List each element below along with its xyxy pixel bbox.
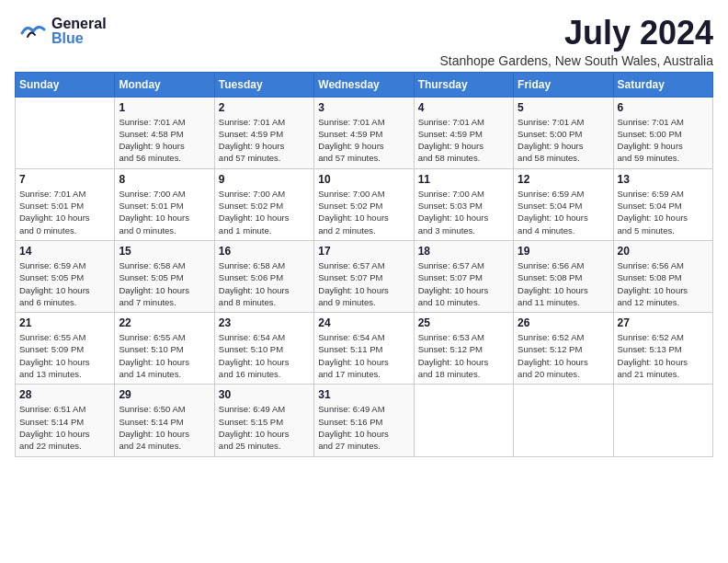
day-number: 24 (318, 316, 409, 329)
calendar-cell: 19Sunrise: 6:56 AM Sunset: 5:08 PM Dayli… (514, 240, 613, 312)
day-number: 22 (119, 316, 210, 329)
day-info: Sunrise: 6:51 AM Sunset: 5:14 PM Dayligh… (19, 403, 110, 452)
calendar-body: 1Sunrise: 7:01 AM Sunset: 4:58 PM Daylig… (16, 97, 713, 456)
day-info: Sunrise: 6:52 AM Sunset: 5:13 PM Dayligh… (618, 331, 709, 380)
day-number: 21 (19, 316, 110, 329)
calendar-cell: 3Sunrise: 7:01 AM Sunset: 4:59 PM Daylig… (314, 97, 414, 168)
month-year: July 2024 (439, 15, 713, 52)
header-row: SundayMondayTuesdayWednesdayThursdayFrid… (16, 72, 713, 97)
calendar-cell: 1Sunrise: 7:01 AM Sunset: 4:58 PM Daylig… (115, 97, 214, 168)
week-row-4: 28Sunrise: 6:51 AM Sunset: 5:14 PM Dayli… (16, 385, 713, 456)
day-number: 26 (518, 316, 609, 329)
day-number: 5 (518, 101, 609, 114)
day-info: Sunrise: 7:00 AM Sunset: 5:02 PM Dayligh… (318, 188, 409, 236)
header-day-monday: Monday (115, 72, 214, 97)
calendar-cell: 10Sunrise: 7:00 AM Sunset: 5:02 PM Dayli… (314, 168, 414, 240)
day-number: 31 (318, 388, 409, 401)
day-info: Sunrise: 6:58 AM Sunset: 5:05 PM Dayligh… (119, 259, 210, 308)
day-number: 3 (318, 101, 409, 114)
calendar-cell: 29Sunrise: 6:50 AM Sunset: 5:14 PM Dayli… (115, 385, 214, 456)
day-number: 30 (219, 388, 310, 401)
day-info: Sunrise: 6:54 AM Sunset: 5:11 PM Dayligh… (318, 331, 409, 380)
day-number: 9 (219, 173, 310, 186)
day-info: Sunrise: 6:52 AM Sunset: 5:12 PM Dayligh… (518, 331, 609, 380)
day-info: Sunrise: 7:01 AM Sunset: 5:00 PM Dayligh… (518, 116, 609, 165)
calendar-cell: 23Sunrise: 6:54 AM Sunset: 5:10 PM Dayli… (214, 313, 313, 385)
calendar-header: SundayMondayTuesdayWednesdayThursdayFrid… (16, 72, 713, 97)
logo-text: General Blue (51, 17, 107, 46)
day-number: 15 (119, 245, 210, 258)
day-info: Sunrise: 6:55 AM Sunset: 5:09 PM Dayligh… (19, 331, 110, 380)
calendar-cell (414, 385, 513, 456)
calendar-cell: 17Sunrise: 6:57 AM Sunset: 5:07 PM Dayli… (314, 240, 414, 312)
day-info: Sunrise: 6:57 AM Sunset: 5:07 PM Dayligh… (318, 259, 409, 308)
day-info: Sunrise: 6:49 AM Sunset: 5:16 PM Dayligh… (318, 403, 409, 452)
day-info: Sunrise: 7:00 AM Sunset: 5:03 PM Dayligh… (418, 188, 509, 236)
day-number: 4 (418, 101, 509, 114)
day-info: Sunrise: 6:59 AM Sunset: 5:05 PM Dayligh… (19, 259, 110, 308)
day-number: 7 (19, 173, 110, 186)
day-number: 1 (119, 101, 210, 114)
day-info: Sunrise: 6:59 AM Sunset: 5:04 PM Dayligh… (518, 188, 609, 236)
calendar-cell: 16Sunrise: 6:58 AM Sunset: 5:06 PM Dayli… (214, 240, 313, 312)
location: Stanhope Gardens, New South Wales, Austr… (439, 53, 713, 68)
day-info: Sunrise: 6:58 AM Sunset: 5:06 PM Dayligh… (219, 259, 310, 308)
header-day-friday: Friday (514, 72, 613, 97)
calendar-cell: 4Sunrise: 7:01 AM Sunset: 4:59 PM Daylig… (414, 97, 513, 168)
calendar-cell: 5Sunrise: 7:01 AM Sunset: 5:00 PM Daylig… (514, 97, 613, 168)
calendar-cell: 26Sunrise: 6:52 AM Sunset: 5:12 PM Dayli… (514, 313, 613, 385)
calendar-cell (613, 385, 712, 456)
day-info: Sunrise: 6:56 AM Sunset: 5:08 PM Dayligh… (518, 259, 609, 308)
calendar-cell: 31Sunrise: 6:49 AM Sunset: 5:16 PM Dayli… (314, 385, 414, 456)
day-number: 18 (418, 245, 509, 258)
calendar-cell: 8Sunrise: 7:00 AM Sunset: 5:01 PM Daylig… (115, 168, 214, 240)
day-info: Sunrise: 7:01 AM Sunset: 5:00 PM Dayligh… (618, 116, 709, 165)
header-day-thursday: Thursday (414, 72, 513, 97)
day-number: 23 (219, 316, 310, 329)
calendar-cell: 21Sunrise: 6:55 AM Sunset: 5:09 PM Dayli… (16, 313, 115, 385)
calendar-cell: 18Sunrise: 6:57 AM Sunset: 5:07 PM Dayli… (414, 240, 513, 312)
calendar-cell (514, 385, 613, 456)
day-number: 20 (618, 245, 709, 258)
svg-rect-0 (15, 15, 48, 48)
title-section: July 2024 Stanhope Gardens, New South Wa… (439, 15, 713, 68)
calendar-cell: 6Sunrise: 7:01 AM Sunset: 5:00 PM Daylig… (613, 97, 712, 168)
day-number: 19 (518, 245, 609, 258)
day-info: Sunrise: 7:01 AM Sunset: 4:58 PM Dayligh… (119, 116, 210, 165)
day-number: 17 (318, 245, 409, 258)
day-info: Sunrise: 6:49 AM Sunset: 5:15 PM Dayligh… (219, 403, 310, 452)
day-number: 25 (418, 316, 509, 329)
day-info: Sunrise: 6:59 AM Sunset: 5:04 PM Dayligh… (618, 188, 709, 236)
day-number: 10 (318, 173, 409, 186)
calendar-cell: 7Sunrise: 7:01 AM Sunset: 5:01 PM Daylig… (16, 168, 115, 240)
day-info: Sunrise: 6:50 AM Sunset: 5:14 PM Dayligh… (119, 403, 210, 452)
calendar-cell: 15Sunrise: 6:58 AM Sunset: 5:05 PM Dayli… (115, 240, 214, 312)
day-number: 12 (518, 173, 609, 186)
calendar-cell: 12Sunrise: 6:59 AM Sunset: 5:04 PM Dayli… (514, 168, 613, 240)
day-number: 2 (219, 101, 310, 114)
day-info: Sunrise: 6:54 AM Sunset: 5:10 PM Dayligh… (219, 331, 310, 380)
calendar-cell: 24Sunrise: 6:54 AM Sunset: 5:11 PM Dayli… (314, 313, 414, 385)
logo: General Blue (15, 15, 107, 48)
day-number: 14 (19, 245, 110, 258)
week-row-0: 1Sunrise: 7:01 AM Sunset: 4:58 PM Daylig… (16, 97, 713, 168)
calendar-cell: 22Sunrise: 6:55 AM Sunset: 5:10 PM Dayli… (115, 313, 214, 385)
day-info: Sunrise: 6:53 AM Sunset: 5:12 PM Dayligh… (418, 331, 509, 380)
week-row-1: 7Sunrise: 7:01 AM Sunset: 5:01 PM Daylig… (16, 168, 713, 240)
day-info: Sunrise: 7:01 AM Sunset: 4:59 PM Dayligh… (418, 116, 509, 165)
day-info: Sunrise: 7:01 AM Sunset: 5:01 PM Dayligh… (19, 188, 110, 236)
calendar-cell: 2Sunrise: 7:01 AM Sunset: 4:59 PM Daylig… (214, 97, 313, 168)
week-row-3: 21Sunrise: 6:55 AM Sunset: 5:09 PM Dayli… (16, 313, 713, 385)
header-day-saturday: Saturday (613, 72, 712, 97)
day-info: Sunrise: 7:00 AM Sunset: 5:02 PM Dayligh… (219, 188, 310, 236)
day-number: 29 (119, 388, 210, 401)
day-number: 11 (418, 173, 509, 186)
week-row-2: 14Sunrise: 6:59 AM Sunset: 5:05 PM Dayli… (16, 240, 713, 312)
day-number: 16 (219, 245, 310, 258)
calendar-cell: 14Sunrise: 6:59 AM Sunset: 5:05 PM Dayli… (16, 240, 115, 312)
calendar-cell: 9Sunrise: 7:00 AM Sunset: 5:02 PM Daylig… (214, 168, 313, 240)
calendar-cell: 11Sunrise: 7:00 AM Sunset: 5:03 PM Dayli… (414, 168, 513, 240)
calendar-table: SundayMondayTuesdayWednesdayThursdayFrid… (15, 72, 713, 457)
header-day-tuesday: Tuesday (214, 72, 313, 97)
day-number: 27 (618, 316, 709, 329)
